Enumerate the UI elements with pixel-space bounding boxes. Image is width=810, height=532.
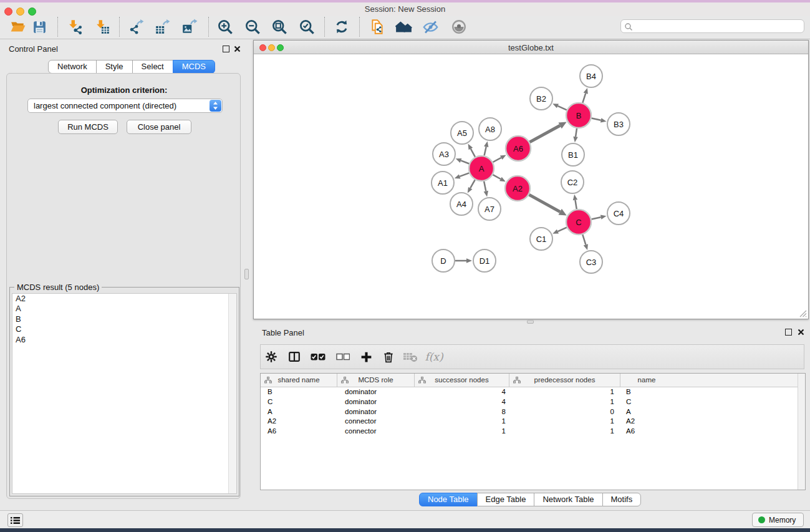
graph-edge[interactable]	[471, 148, 475, 157]
table-cell[interactable]: 1	[509, 427, 620, 437]
control-panel-close-icon[interactable]	[234, 46, 241, 52]
column-header-successor-nodes[interactable]: successor nodes	[415, 374, 509, 387]
create-column-button[interactable]	[356, 347, 376, 367]
network-canvas-svg[interactable]: B4B2BB3A5A8A6A3B1AA1C2A2A4A7C4CC1C3DD1	[254, 54, 808, 319]
graph-edge[interactable]	[557, 228, 566, 231]
graph-edge[interactable]	[485, 147, 486, 155]
table-cell[interactable]: A	[261, 407, 337, 417]
graph-edge[interactable]	[592, 217, 601, 219]
table-cell[interactable]: 4	[415, 397, 509, 407]
graph-edge[interactable]	[484, 181, 486, 191]
zoom-fit-button[interactable]	[269, 17, 290, 36]
export-image-button[interactable]	[179, 17, 200, 36]
split-pane-divider-grip[interactable]	[244, 269, 249, 279]
table-cell[interactable]: B	[261, 387, 337, 397]
table-cell[interactable]: C	[620, 397, 673, 407]
graph-edge[interactable]	[493, 175, 500, 179]
hide-details-button[interactable]	[420, 17, 441, 36]
mcds-result-item[interactable]: C	[12, 324, 236, 334]
table-settings-button[interactable]	[261, 347, 281, 367]
column-header-name[interactable]: name	[620, 374, 673, 387]
zoom-selected-button[interactable]	[296, 17, 317, 36]
graph-edge[interactable]	[529, 195, 560, 211]
table-row[interactable]: Adominator80A	[261, 407, 805, 417]
tab-mcds[interactable]: MCDS	[173, 60, 215, 74]
control-panel-float-icon[interactable]	[223, 46, 229, 52]
table-row[interactable]: Bdominator41B	[261, 387, 805, 397]
table-row[interactable]: Cdominator41C	[261, 397, 805, 407]
mcds-result-item[interactable]: B	[12, 314, 236, 324]
table-cell[interactable]: A6	[620, 427, 673, 437]
table-row[interactable]: A6connector11A6	[261, 427, 805, 437]
show-columns-button[interactable]	[284, 347, 304, 367]
table-cell[interactable]: 1	[415, 427, 509, 437]
horizontal-split-grip[interactable]	[527, 320, 534, 324]
graph-edge[interactable]	[582, 235, 586, 244]
table-cell[interactable]: 0	[509, 407, 620, 417]
home-view-button[interactable]	[393, 17, 414, 36]
mcds-result-item[interactable]: A2	[12, 294, 236, 304]
tab-motifs[interactable]: Motifs	[602, 493, 642, 506]
close-panel-button[interactable]: Close panel	[127, 120, 191, 134]
mcds-result-item[interactable]: A	[12, 304, 236, 314]
table-cell[interactable]: dominator	[337, 407, 415, 417]
table-cell[interactable]: connector	[337, 427, 415, 437]
table-cell[interactable]: connector	[337, 417, 415, 427]
column-header-MCDS-role[interactable]: MCDS role	[337, 374, 415, 387]
table-scrollbar[interactable]	[798, 374, 805, 490]
save-session-button[interactable]	[29, 17, 50, 36]
mcds-result-item[interactable]: A6	[12, 335, 236, 345]
table-row[interactable]: A2connector11A2	[261, 417, 805, 427]
graph-edge[interactable]	[470, 180, 475, 188]
tab-edge-table[interactable]: Edge Table	[477, 493, 535, 506]
table-cell[interactable]: 1	[415, 417, 509, 427]
table-cell[interactable]: 8	[415, 407, 509, 417]
duplicate-network-button[interactable]	[367, 17, 388, 36]
deselect-all-columns-button[interactable]	[333, 347, 353, 367]
graph-edge[interactable]	[461, 160, 469, 163]
show-details-button[interactable]	[448, 17, 470, 36]
criterion-select[interactable]: largest connected component (directed)	[27, 99, 223, 113]
table-cell[interactable]: dominator	[337, 397, 415, 407]
run-mcds-button[interactable]: Run MCDS	[58, 120, 118, 134]
network-window-titlebar[interactable]: testGlobe.txt	[254, 41, 808, 54]
refresh-layout-button[interactable]	[331, 17, 352, 36]
function-builder-button[interactable]: f(x)	[424, 347, 444, 367]
import-table-button[interactable]	[92, 17, 113, 36]
select-all-columns-button[interactable]	[308, 347, 328, 367]
graph-edge[interactable]	[493, 158, 501, 162]
table-cell[interactable]: C	[261, 397, 337, 407]
table-cell[interactable]: dominator	[337, 387, 415, 397]
table-cell[interactable]: A2	[261, 417, 337, 427]
graph-edge[interactable]	[460, 173, 469, 177]
search-input[interactable]	[635, 21, 800, 32]
table-cell[interactable]: A6	[261, 427, 337, 437]
open-session-button[interactable]	[7, 17, 29, 36]
table-panel-float-icon[interactable]	[785, 329, 792, 336]
tab-select[interactable]: Select	[132, 60, 173, 74]
export-table-button[interactable]	[152, 17, 173, 36]
graph-edge[interactable]	[529, 125, 560, 142]
table-cell[interactable]: 4	[415, 387, 509, 397]
tab-style[interactable]: Style	[96, 60, 133, 74]
tab-network-table[interactable]: Network Table	[534, 493, 602, 506]
list-scrollbar[interactable]	[228, 294, 236, 493]
table-cell[interactable]: A	[620, 407, 673, 417]
graph-edge[interactable]	[592, 118, 601, 120]
status-menu-button[interactable]	[7, 513, 23, 527]
zoom-in-button[interactable]	[215, 17, 236, 36]
column-header-predecessor-nodes[interactable]: predecessor nodes	[509, 374, 620, 387]
tab-network[interactable]: Network	[48, 60, 97, 74]
graph-edge[interactable]	[576, 128, 577, 137]
table-cell[interactable]: B	[620, 387, 673, 397]
zoom-out-button[interactable]	[242, 17, 263, 36]
import-network-button[interactable]	[64, 17, 85, 36]
table-cell[interactable]: A2	[620, 417, 673, 427]
table-cell[interactable]: 1	[509, 397, 620, 407]
table-cell[interactable]: 1	[509, 387, 620, 397]
graph-edge[interactable]	[575, 200, 576, 210]
table-cell[interactable]: 1	[509, 417, 620, 427]
tab-node-table[interactable]: Node Table	[419, 493, 478, 506]
graph-edge[interactable]	[557, 106, 566, 110]
graph-edge[interactable]	[582, 94, 586, 103]
